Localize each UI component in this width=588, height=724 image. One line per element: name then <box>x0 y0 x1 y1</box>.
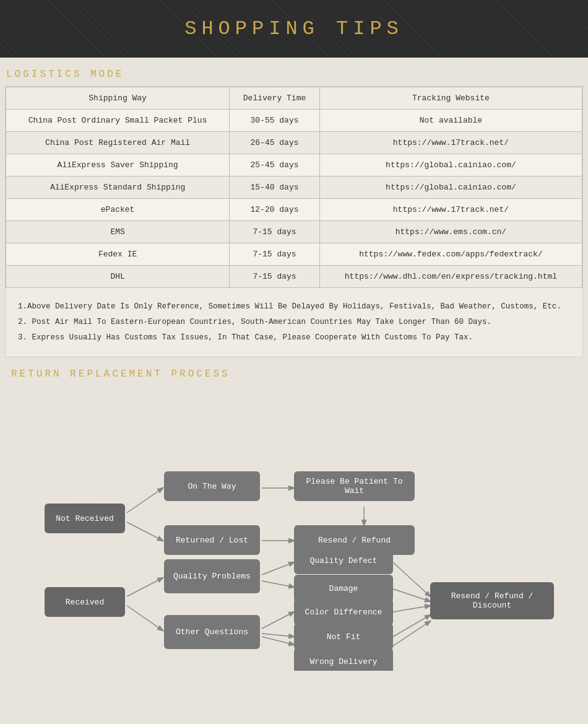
note-1: 1.Above Delivery Date Is Only Reference,… <box>18 299 570 315</box>
node-quality-problems: Quality Problems <box>164 559 260 593</box>
table-row: ePacket12-20 dayshttps://www.17track.net… <box>6 199 582 221</box>
col-tracking-website: Tracking Website <box>319 87 582 110</box>
svg-line-0 <box>127 488 163 513</box>
node-quality-defect: Quality Defect <box>294 547 393 574</box>
node-not-fit: Not Fit <box>294 623 393 650</box>
node-received: Received <box>45 587 125 617</box>
cell-3-1: 15-40 days <box>230 177 320 199</box>
page-title: SHOPPING TIPS <box>0 17 588 40</box>
table-notes: 1.Above Delivery Date Is Only Reference,… <box>6 288 582 357</box>
cell-0-0: China Post Ordinary Small Packet Plus <box>6 110 230 132</box>
svg-line-7 <box>262 562 294 575</box>
logistics-section: LOGISTICS MODE Shipping Way Delivery Tim… <box>0 58 588 357</box>
table-row: China Post Ordinary Small Packet Plus30-… <box>6 110 582 132</box>
svg-line-9 <box>262 612 294 629</box>
node-resend-refund-discount: Resend / Refund / Discount <box>430 582 554 619</box>
table-row: AliExpress Standard Shipping15-40 daysht… <box>6 177 582 199</box>
node-other-questions: Other Questions <box>164 615 260 649</box>
svg-line-8 <box>262 581 294 587</box>
cell-3-2: https://global.cainiao.com/ <box>319 177 582 199</box>
cell-2-2: https://global.cainiao.com/ <box>319 154 582 177</box>
cell-5-0: EMS <box>6 221 230 243</box>
svg-line-15 <box>393 615 430 637</box>
svg-line-1 <box>127 522 163 541</box>
header: SHOPPING TIPS <box>0 0 588 58</box>
cell-2-1: 25-45 days <box>230 154 320 177</box>
cell-4-0: ePacket <box>6 199 230 221</box>
logistics-table-container: Shipping Way Delivery Time Tracking Webs… <box>5 86 583 357</box>
svg-line-6 <box>127 606 163 630</box>
cell-7-1: 7-15 days <box>230 266 320 288</box>
table-row: Fedex IE7-15 dayshttps://www.fedex.com/a… <box>6 243 582 266</box>
cell-1-2: https://www.17track.net/ <box>319 132 582 154</box>
flowchart: Not Received On The Way Returned / Lost … <box>6 392 582 652</box>
node-please-wait: Please Be Patient To Wait <box>294 471 415 501</box>
cell-7-0: DHL <box>6 266 230 288</box>
col-shipping-way: Shipping Way <box>6 87 230 110</box>
cell-6-1: 7-15 days <box>230 243 320 266</box>
return-title: RETURN REPLACEMENT PROCESS <box>5 357 583 386</box>
svg-line-16 <box>393 621 430 646</box>
logistics-table: Shipping Way Delivery Time Tracking Webs… <box>6 87 582 288</box>
cell-3-0: AliExpress Standard Shipping <box>6 177 230 199</box>
node-not-received: Not Received <box>45 504 125 533</box>
cell-4-2: https://www.17track.net/ <box>319 199 582 221</box>
note-2: 2. Post Air Mail To Eastern-European Cou… <box>18 315 570 330</box>
cell-5-2: https://www.ems.com.cn/ <box>319 221 582 243</box>
table-row: DHL7-15 dayshttps://www.dhl.com/en/expre… <box>6 266 582 288</box>
col-delivery-time: Delivery Time <box>230 87 320 110</box>
svg-line-5 <box>127 578 163 596</box>
cell-1-0: China Post Registered Air Mail <box>6 132 230 154</box>
cell-0-2: Not available <box>319 110 582 132</box>
svg-line-14 <box>393 606 430 612</box>
svg-line-11 <box>262 637 294 645</box>
cell-6-0: Fedex IE <box>6 243 230 266</box>
svg-line-12 <box>393 562 430 596</box>
node-on-the-way: On The Way <box>164 471 260 501</box>
cell-4-1: 12-20 days <box>230 199 320 221</box>
node-wrong-delivery: Wrong Delivery <box>294 648 393 671</box>
table-header-row: Shipping Way Delivery Time Tracking Webs… <box>6 87 582 110</box>
cell-5-1: 7-15 days <box>230 221 320 243</box>
logistics-title: LOGISTICS MODE <box>0 58 588 86</box>
svg-line-10 <box>262 634 294 637</box>
svg-line-13 <box>393 589 430 601</box>
cell-6-2: https://www.fedex.com/apps/fedextrack/ <box>319 243 582 266</box>
return-section: RETURN REPLACEMENT PROCESS <box>0 357 588 671</box>
table-row: EMS7-15 dayshttps://www.ems.com.cn/ <box>6 221 582 243</box>
cell-0-1: 30-55 days <box>230 110 320 132</box>
table-row: AliExpress Saver Shipping25-45 dayshttps… <box>6 154 582 177</box>
note-3: 3. Express Usually Has Customs Tax Issue… <box>18 330 570 346</box>
cell-7-2: https://www.dhl.com/en/express/tracking.… <box>319 266 582 288</box>
cell-2-0: AliExpress Saver Shipping <box>6 154 230 177</box>
node-returned-lost: Returned / Lost <box>164 525 260 555</box>
cell-1-1: 26-45 days <box>230 132 320 154</box>
table-row: China Post Registered Air Mail26-45 days… <box>6 132 582 154</box>
node-color-difference: Color Difference <box>294 598 393 626</box>
